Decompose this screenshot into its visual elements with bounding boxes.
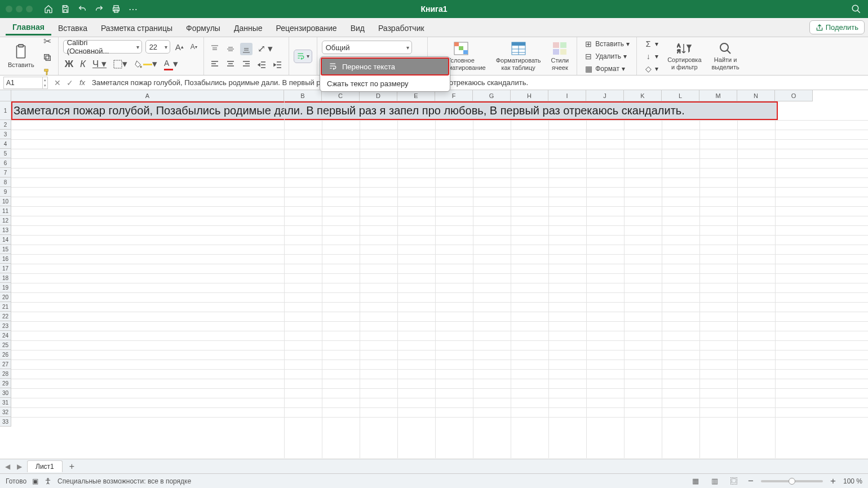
- redo-icon[interactable]: [95, 4, 104, 15]
- tab-home[interactable]: Главная: [6, 19, 51, 36]
- column-header[interactable]: L: [662, 90, 699, 101]
- cancel-formula-icon[interactable]: ✕: [51, 78, 64, 87]
- column-header[interactable]: M: [699, 90, 737, 101]
- row-header[interactable]: 16: [0, 254, 11, 264]
- row-header[interactable]: 11: [0, 206, 11, 216]
- row-header[interactable]: 3: [0, 130, 11, 139]
- align-middle-icon[interactable]: [224, 43, 237, 55]
- zoom-slider[interactable]: [761, 480, 823, 482]
- align-center-icon[interactable]: [224, 57, 237, 70]
- row-header[interactable]: 32: [0, 407, 11, 417]
- name-box[interactable]: A1: [3, 77, 43, 89]
- tab-formulas[interactable]: Формулы: [179, 20, 227, 35]
- paste-button[interactable]: Вставить: [5, 41, 38, 70]
- row-header[interactable]: 27: [0, 360, 11, 369]
- wrap-text-split-button[interactable]: ▾: [294, 50, 312, 63]
- page-break-view-icon[interactable]: ⿴: [727, 476, 741, 486]
- increase-font-icon[interactable]: A▴: [174, 41, 185, 54]
- fill-color-button[interactable]: ▾: [132, 56, 159, 72]
- row-header[interactable]: 29: [0, 379, 11, 388]
- enter-formula-icon[interactable]: ✓: [64, 78, 76, 87]
- cell-styles-button[interactable]: Стили ячеек: [548, 39, 573, 73]
- row-header[interactable]: 10: [0, 197, 11, 206]
- row-header[interactable]: 31: [0, 398, 11, 407]
- row-header[interactable]: 9: [0, 187, 11, 197]
- zoom-thumb[interactable]: [789, 478, 795, 485]
- row-header[interactable]: 13: [0, 225, 11, 235]
- column-header[interactable]: I: [548, 90, 586, 101]
- column-header[interactable]: J: [586, 90, 624, 101]
- fx-icon[interactable]: fx: [76, 78, 88, 87]
- align-top-icon[interactable]: [209, 43, 221, 55]
- minimize-window-button[interactable]: [16, 6, 23, 12]
- insert-cells-button[interactable]: ⊞Вставить ▾: [582, 38, 632, 50]
- font-color-button[interactable]: A ▾: [162, 56, 180, 72]
- column-header[interactable]: G: [473, 90, 511, 101]
- tab-developer[interactable]: Разработчик: [371, 20, 431, 35]
- row-header[interactable]: 20: [0, 292, 11, 302]
- bold-button[interactable]: Ж: [63, 57, 75, 72]
- column-header[interactable]: B: [284, 90, 322, 101]
- row-header[interactable]: 28: [0, 369, 11, 379]
- row-header[interactable]: 17: [0, 264, 11, 273]
- undo-icon[interactable]: [78, 4, 87, 15]
- tab-review[interactable]: Рецензирование: [269, 20, 344, 35]
- align-right-icon[interactable]: [240, 57, 253, 70]
- tab-data[interactable]: Данные: [227, 20, 269, 35]
- spreadsheet-grid[interactable]: ABCDEFGHIJKLMNO 123456789101112131415161…: [0, 90, 868, 459]
- decrease-indent-icon[interactable]: [256, 59, 268, 71]
- tab-insert[interactable]: Вставка: [51, 20, 94, 35]
- row-header[interactable]: 8: [0, 178, 11, 187]
- row-header[interactable]: 19: [0, 283, 11, 292]
- row-header[interactable]: 21: [0, 302, 11, 312]
- align-left-icon[interactable]: [209, 57, 221, 70]
- zoom-in-button[interactable]: +: [829, 474, 838, 489]
- add-sheet-button[interactable]: +: [66, 462, 78, 472]
- italic-button[interactable]: К: [78, 57, 87, 72]
- row-header[interactable]: 4: [0, 139, 11, 149]
- row-header[interactable]: 24: [0, 331, 11, 340]
- column-header[interactable]: H: [511, 90, 548, 101]
- tab-page-layout[interactable]: Разметка страницы: [94, 20, 179, 35]
- tab-view[interactable]: Вид: [344, 20, 371, 35]
- orientation-icon[interactable]: ⤢ ▾: [256, 41, 275, 56]
- font-size-select[interactable]: 22: [145, 40, 170, 54]
- normal-view-icon[interactable]: ▦: [689, 476, 702, 486]
- share-button[interactable]: Поделить: [809, 20, 865, 34]
- row-header[interactable]: 33: [0, 417, 11, 427]
- align-bottom-icon[interactable]: [240, 43, 253, 55]
- close-window-button[interactable]: [6, 6, 12, 12]
- row-header[interactable]: 22: [0, 312, 11, 321]
- column-header[interactable]: O: [775, 90, 813, 101]
- sort-filter-button[interactable]: AЯ Сортировка и фильтр: [664, 39, 705, 72]
- decrease-font-icon[interactable]: A▾: [189, 41, 199, 52]
- row-header[interactable]: 30: [0, 388, 11, 398]
- search-icon[interactable]: [851, 4, 861, 14]
- autosum-button[interactable]: Σ▾: [641, 38, 661, 50]
- wrap-text-menu-item[interactable]: Перенос текста: [321, 57, 449, 76]
- format-as-table-button[interactable]: Форматировать как таблицу: [493, 39, 544, 73]
- row-header[interactable]: 7: [0, 168, 11, 178]
- zoom-window-button[interactable]: [26, 6, 33, 12]
- underline-button[interactable]: Ч ▾: [91, 56, 108, 72]
- row-header[interactable]: 12: [0, 216, 11, 225]
- copy-icon[interactable]: [41, 51, 54, 64]
- format-cells-button[interactable]: ▦Формат ▾: [582, 63, 632, 74]
- zoom-out-button[interactable]: −: [746, 474, 755, 489]
- row-header[interactable]: 14: [0, 235, 11, 245]
- sheet-nav-next-icon[interactable]: ▶: [15, 463, 24, 471]
- select-all-corner[interactable]: [0, 90, 11, 101]
- sheet-tab[interactable]: Лист1: [27, 460, 63, 472]
- print-icon[interactable]: [112, 4, 121, 15]
- row-header[interactable]: 18: [0, 273, 11, 283]
- more-icon[interactable]: ⋯: [129, 4, 138, 15]
- macro-record-icon[interactable]: ▣: [32, 477, 38, 485]
- sheet-nav-prev-icon[interactable]: ◀: [3, 463, 12, 471]
- increase-indent-icon[interactable]: [272, 59, 284, 71]
- save-icon[interactable]: [61, 4, 70, 15]
- column-header[interactable]: A: [11, 90, 284, 101]
- row-header[interactable]: 15: [0, 245, 11, 254]
- delete-cells-button[interactable]: ⊟Удалить ▾: [582, 51, 632, 62]
- borders-button[interactable]: ▾: [112, 56, 129, 72]
- accessibility-icon[interactable]: [44, 477, 52, 485]
